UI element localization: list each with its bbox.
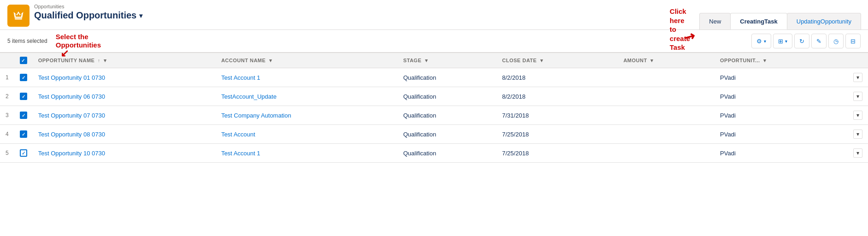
owner-cell: PVadi (714, 125, 848, 144)
opportunity-name-cell: Test Opportunity 07 0730 (33, 106, 216, 125)
header-tabs: New CreatingTask UpdatingOpportunity (699, 4, 861, 30)
filter-button[interactable]: ⊟ (845, 34, 861, 48)
columns-caret-icon: ▾ (785, 39, 787, 44)
account-name-link[interactable]: Test Company Automation (221, 112, 291, 119)
stage-cell: Qualification (398, 144, 497, 163)
col-owner-chevron[interactable]: ▾ (762, 58, 768, 63)
col-actions (848, 53, 868, 68)
amount-cell (618, 106, 714, 125)
col-account-name-chevron[interactable]: ▾ (267, 58, 274, 63)
opportunity-name-link[interactable]: Test Opportunity 08 0730 (38, 131, 105, 138)
table-row: 4Test Opportunity 08 0730Test AccountQua… (0, 125, 868, 144)
select-all-checkbox[interactable] (20, 57, 27, 64)
row-action-button[interactable]: ▾ (853, 73, 862, 82)
table-row: 2Test Opportunity 06 0730TestAccount_Upd… (0, 87, 868, 106)
account-name-link[interactable]: TestAccount_Update (221, 93, 277, 100)
row-action-cell: ▾ (848, 125, 868, 144)
row-action-cell: ▾ (848, 68, 868, 87)
sort-asc-icon: ↑ (98, 58, 100, 63)
stage-cell: Qualification (398, 68, 497, 87)
amount-cell (618, 125, 714, 144)
data-table-wrapper: OPPORTUNITY NAME ↑ ▾ ACCOUNT NAME ▾ STAG… (0, 53, 868, 236)
owner-cell: PVadi (714, 87, 848, 106)
col-stage[interactable]: STAGE ▾ (398, 53, 497, 68)
col-close-date[interactable]: CLOSE DATE ▾ (496, 53, 618, 68)
stage-cell: Qualification (398, 125, 497, 144)
account-name-cell: TestAccount_Update (216, 87, 398, 106)
row-checkbox[interactable] (20, 130, 27, 138)
tab-new[interactable]: New (699, 13, 731, 30)
row-action-button[interactable]: ▾ (853, 92, 862, 101)
row-action-cell: ▾ (848, 144, 868, 163)
close-date-cell: 8/2/2018 (496, 87, 618, 106)
row-number: 3 (0, 106, 14, 125)
row-checkbox-cell (14, 106, 33, 125)
col-amount-chevron[interactable]: ▾ (649, 58, 655, 63)
page-title: Qualified Opportunities ▾ (34, 10, 142, 21)
close-date-cell: 8/2/2018 (496, 68, 618, 87)
toolbar-left: 5 items selected Select the Opportunitie… (7, 33, 101, 49)
header-title-block: Opportunities Qualified Opportunities ▾ (34, 4, 142, 21)
columns-icon: ⊞ (778, 38, 783, 45)
row-checkbox-cell (14, 87, 33, 106)
opportunity-name-link[interactable]: Test Opportunity 01 0730 (38, 74, 105, 81)
col-opp-name-chevron[interactable]: ▾ (102, 58, 109, 63)
row-action-cell: ▾ (848, 106, 868, 125)
row-checkbox[interactable] (20, 74, 27, 81)
row-action-button[interactable]: ▾ (853, 130, 862, 139)
chart-button[interactable]: ◷ (828, 34, 844, 48)
owner-cell: PVadi (714, 68, 848, 87)
row-checkbox[interactable] (20, 112, 27, 119)
filter-icon: ⊟ (850, 38, 856, 45)
opportunity-name-link[interactable]: Test Opportunity 10 0730 (38, 150, 105, 157)
edit-button[interactable]: ✎ (811, 34, 827, 48)
refresh-icon: ↻ (799, 38, 804, 45)
row-checkbox[interactable] (20, 93, 27, 100)
edit-icon: ✎ (816, 38, 821, 45)
annotation-arrow-down: ↙ (60, 47, 69, 59)
tab-updating-opportunity[interactable]: UpdatingOpportunity (787, 13, 861, 30)
close-date-cell: 7/25/2018 (496, 144, 618, 163)
account-name-cell: Test Account (216, 125, 398, 144)
account-name-link[interactable]: Test Account 1 (221, 150, 260, 157)
annotation-select: Select the Opportunities ↙ (56, 33, 101, 49)
opportunity-name-link[interactable]: Test Opportunity 06 0730 (38, 93, 105, 100)
row-action-button[interactable]: ▾ (853, 148, 862, 158)
click-here-arrow: ↗ (681, 27, 697, 46)
row-checkbox[interactable] (20, 149, 27, 157)
opportunity-name-cell: Test Opportunity 06 0730 (33, 87, 216, 106)
opportunity-name-cell: Test Opportunity 08 0730 (33, 125, 216, 144)
gear-icon: ⚙ (756, 38, 762, 45)
row-number: 4 (0, 125, 14, 144)
header-left: Opportunities Qualified Opportunities ▾ (7, 4, 142, 27)
account-name-cell: Test Account 1 (216, 68, 398, 87)
owner-cell: PVadi (714, 144, 848, 163)
account-name-link[interactable]: Test Account (221, 131, 255, 138)
col-account-name[interactable]: ACCOUNT NAME ▾ (216, 53, 398, 68)
refresh-button[interactable]: ↻ (794, 34, 809, 48)
table-row: 1Test Opportunity 01 0730Test Account 1Q… (0, 68, 868, 87)
account-name-link[interactable]: Test Account 1 (221, 74, 260, 81)
header-subtitle: Opportunities (34, 4, 142, 9)
col-close-date-chevron[interactable]: ▾ (538, 58, 545, 63)
columns-button[interactable]: ⊞ ▾ (773, 34, 792, 48)
col-opportunity-owner[interactable]: OPPORTUNIT... ▾ (714, 53, 848, 68)
row-checkbox-cell (14, 125, 33, 144)
opportunity-name-cell: Test Opportunity 10 0730 (33, 144, 216, 163)
col-amount[interactable]: AMOUNT ▾ (618, 53, 714, 68)
col-stage-chevron[interactable]: ▾ (423, 58, 430, 63)
table-row: 3Test Opportunity 07 0730Test Company Au… (0, 106, 868, 125)
row-number: 5 (0, 144, 14, 163)
tab-creating-task[interactable]: CreatingTask (730, 13, 787, 30)
title-dropdown-chevron[interactable]: ▾ (139, 12, 142, 19)
close-date-cell: 7/31/2018 (496, 106, 618, 125)
svg-rect-0 (15, 18, 22, 19)
page-header: Opportunities Qualified Opportunities ▾ … (0, 0, 868, 30)
gear-caret-icon: ▾ (764, 39, 766, 44)
toolbar-right: Click here to create Task ↗ ⚙ ▾ ⊞ ▾ ↻ ✎ … (751, 34, 861, 48)
row-action-cell: ▾ (848, 87, 868, 106)
stage-cell: Qualification (398, 106, 497, 125)
row-action-button[interactable]: ▾ (853, 111, 862, 120)
opportunity-name-link[interactable]: Test Opportunity 07 0730 (38, 112, 105, 119)
gear-button[interactable]: ⚙ ▾ (751, 34, 771, 48)
